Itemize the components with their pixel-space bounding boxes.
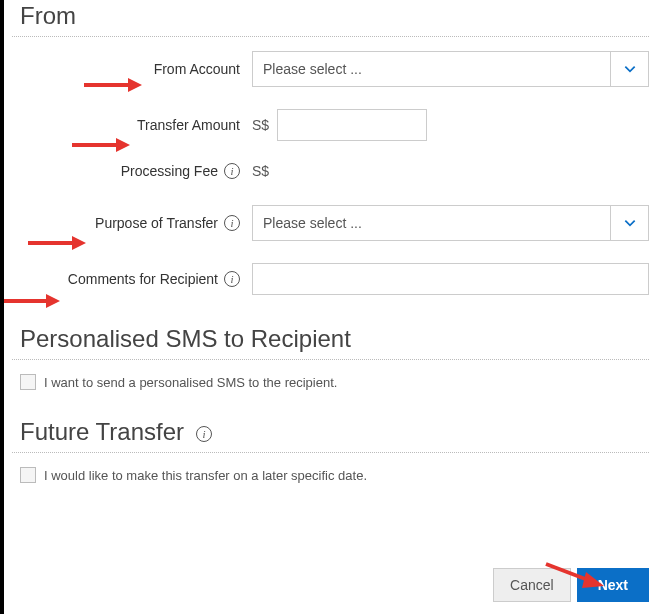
- row-transfer-amount: Transfer Amount S$: [12, 109, 649, 141]
- row-purpose: Purpose of Transfer i Please select ...: [12, 205, 649, 241]
- button-bar: Cancel Next: [493, 568, 649, 602]
- section-future-title: Future Transfer i: [20, 416, 649, 446]
- currency-label: S$: [252, 117, 269, 133]
- divider: [12, 452, 649, 453]
- row-comments: Comments for Recipient i: [12, 263, 649, 295]
- comments-input[interactable]: [252, 263, 649, 295]
- from-account-placeholder: Please select ...: [253, 61, 610, 77]
- future-title-text: Future Transfer: [20, 418, 184, 446]
- future-checkbox-label: I would like to make this transfer on a …: [44, 468, 367, 483]
- divider: [12, 359, 649, 360]
- processing-fee-value: S$: [252, 163, 269, 179]
- from-account-label: From Account: [154, 61, 240, 77]
- from-account-select[interactable]: Please select ...: [252, 51, 649, 87]
- purpose-placeholder: Please select ...: [253, 215, 610, 231]
- sms-checkbox[interactable]: [20, 374, 36, 390]
- transfer-amount-label: Transfer Amount: [137, 117, 240, 133]
- row-sms-checkbox: I want to send a personalised SMS to the…: [20, 374, 649, 390]
- chevron-down-icon: [610, 206, 648, 240]
- section-from-title: From: [20, 0, 649, 30]
- divider: [12, 36, 649, 37]
- chevron-down-icon: [610, 52, 648, 86]
- row-future-checkbox: I would like to make this transfer on a …: [20, 467, 649, 483]
- row-processing-fee: Processing Fee i S$: [12, 163, 649, 179]
- info-icon[interactable]: i: [224, 215, 240, 231]
- row-from-account: From Account Please select ...: [12, 51, 649, 87]
- future-checkbox[interactable]: [20, 467, 36, 483]
- purpose-select[interactable]: Please select ...: [252, 205, 649, 241]
- comments-label: Comments for Recipient: [68, 271, 218, 287]
- purpose-label: Purpose of Transfer: [95, 215, 218, 231]
- next-button[interactable]: Next: [577, 568, 649, 602]
- info-icon[interactable]: i: [224, 163, 240, 179]
- info-icon[interactable]: i: [224, 271, 240, 287]
- processing-fee-label: Processing Fee: [121, 163, 218, 179]
- sms-checkbox-label: I want to send a personalised SMS to the…: [44, 375, 337, 390]
- transfer-amount-input[interactable]: [277, 109, 427, 141]
- cancel-button[interactable]: Cancel: [493, 568, 571, 602]
- section-sms-title: Personalised SMS to Recipient: [20, 323, 649, 353]
- info-icon[interactable]: i: [196, 426, 212, 442]
- svg-marker-7: [46, 294, 60, 308]
